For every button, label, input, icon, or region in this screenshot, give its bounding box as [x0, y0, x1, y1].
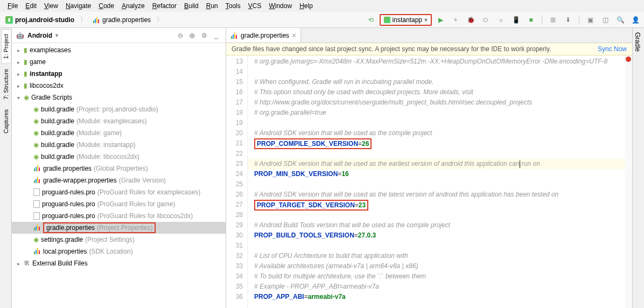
menu-run[interactable]: Run: [203, 1, 221, 11]
editor-body[interactable]: 1314151617181920212223242526272829303132…: [226, 55, 632, 308]
sdk-manager-button[interactable]: ⬇: [562, 13, 575, 26]
sync-project-button[interactable]: ⟲: [365, 13, 377, 26]
code-line[interactable]: [254, 210, 618, 220]
tree-item-gradle-properties[interactable]: gradle.properties (Global Properties): [12, 163, 226, 174]
code-line[interactable]: PROP_MIN_SDK_VERSION=16: [254, 169, 618, 179]
menu-vcs[interactable]: VCS: [245, 1, 265, 11]
menu-navigate[interactable]: Navigate: [62, 1, 94, 11]
expand-arrow-icon[interactable]: ▸: [15, 59, 22, 65]
menu-file[interactable]: File: [4, 1, 21, 11]
tree-item-proguard-rules-pro[interactable]: proguard-rules.pro (ProGuard Rules for l…: [12, 210, 226, 222]
code-content[interactable]: # org.gradle.jvmargs=-Xmx2048m -XX:MaxPe…: [248, 55, 625, 308]
hide-sidebar-button[interactable]: ⎯: [211, 30, 221, 41]
code-line[interactable]: # To build for multiple architexture, us…: [254, 271, 618, 282]
sidebar-view-selector[interactable]: 🤖 Android ▾: [16, 32, 175, 39]
gradle-file-icon: ◉: [33, 236, 39, 243]
code-line[interactable]: # Available architextures (armeabi-v7a |…: [254, 261, 618, 271]
menu-refactor[interactable]: Refactor: [149, 1, 180, 11]
close-icon[interactable]: ×: [292, 31, 296, 40]
menu-help[interactable]: Help: [296, 1, 316, 11]
tree-item-build-gradle[interactable]: ◉build.gradle (Module: instantapp): [12, 139, 226, 151]
project-tree[interactable]: ▸▮examplecases▸▮game▸▮instantapp▸▮libcoc…: [12, 43, 226, 308]
debug-button[interactable]: 🐞: [464, 13, 477, 26]
settings-button[interactable]: 👤: [629, 13, 642, 26]
code-line[interactable]: # org.gradle.jvmargs=-Xmx2048m -XX:MaxPe…: [254, 57, 618, 67]
tree-item-gradle-wrapper-properties[interactable]: gradle-wrapper.properties (Gradle Versio…: [12, 174, 226, 186]
apply-changes-button[interactable]: ✦: [449, 13, 462, 26]
avd-manager-button[interactable]: ⊞: [547, 13, 559, 26]
menu-window[interactable]: Window: [265, 1, 295, 11]
sidebar-settings-button[interactable]: ⚙: [199, 30, 209, 41]
breadcrumb-file[interactable]: gradle.properties: [89, 15, 154, 25]
menu-tools[interactable]: Tools: [222, 1, 244, 11]
menu-edit[interactable]: Edit: [22, 1, 40, 11]
stop-button[interactable]: ■: [524, 13, 537, 26]
expand-arrow-icon[interactable]: ▸: [15, 261, 22, 267]
code-line[interactable]: # Example - PROP_APP_ABI=armeabi-v7a: [254, 282, 618, 292]
menu-build[interactable]: Build: [181, 1, 202, 11]
tree-item-instantapp[interactable]: ▸▮instantapp: [12, 68, 226, 80]
tree-item-examplecases[interactable]: ▸▮examplecases: [12, 44, 226, 56]
run-configuration-selector[interactable]: instantapp ▾: [380, 14, 432, 26]
code-line[interactable]: [254, 241, 618, 251]
breadcrumb-project[interactable]: ▮ proj.android-studio: [2, 15, 78, 25]
error-stripe[interactable]: [625, 55, 632, 308]
editor-tab-gradle-properties[interactable]: gradle.properties ×: [226, 28, 301, 43]
code-line[interactable]: # When configured, Gradle will run in in…: [254, 77, 618, 87]
line-number: 25: [226, 179, 243, 190]
menu-analyze[interactable]: Analyze: [118, 1, 148, 11]
tool-tab-captures[interactable]: Captures: [2, 105, 10, 138]
device-button[interactable]: 📱: [509, 13, 522, 26]
menu-view[interactable]: View: [41, 1, 61, 11]
tree-item-build-gradle[interactable]: ◉build.gradle (Module: libcocos2dx): [12, 151, 226, 163]
tree-item-build-gradle[interactable]: ◉build.gradle (Module: game): [12, 127, 226, 139]
code-line[interactable]: [254, 118, 618, 128]
code-line[interactable]: [254, 67, 618, 77]
search-everywhere-button[interactable]: 🔍: [614, 13, 627, 26]
code-line[interactable]: PROP_TARGET_SDK_VERSION=23: [254, 200, 618, 210]
tree-item-proguard-rules-pro[interactable]: proguard-rules.pro (ProGuard Rules for e…: [12, 186, 226, 198]
gradle-file-icon: ◉: [33, 106, 39, 113]
tool-tab----project[interactable]: 1: Project: [1, 29, 10, 64]
code-line[interactable]: # Android SDK version that will be used …: [254, 128, 618, 138]
tree-item-proguard-rules-pro[interactable]: proguard-rules.pro (ProGuard Rules for g…: [12, 198, 226, 210]
menu-code[interactable]: Code: [95, 1, 117, 11]
tree-item-build-gradle[interactable]: ◉build.gradle (Module: examplecases): [12, 115, 226, 127]
code-line[interactable]: # http://www.gradle.org/docs/current/use…: [254, 97, 618, 108]
tree-item-local-properties[interactable]: local.properties (SDK Location): [12, 246, 226, 257]
expand-arrow-icon[interactable]: ▸: [15, 83, 22, 89]
run-button[interactable]: ▶: [434, 13, 447, 26]
code-line[interactable]: [254, 149, 618, 159]
tree-item-external-build-files[interactable]: ▸🛠External Build Files: [12, 257, 226, 269]
collapse-all-button[interactable]: ⊖: [175, 30, 186, 41]
expand-arrow-icon[interactable]: ▾: [15, 95, 22, 101]
tool-tab----structure[interactable]: 7: Structure: [2, 65, 10, 104]
resource-manager-button[interactable]: ◫: [599, 13, 612, 26]
tree-item-build-gradle[interactable]: ◉build.gradle (Project: proj.android-stu…: [12, 103, 226, 115]
sync-now-button[interactable]: Sync Now: [598, 45, 627, 53]
error-indicator-icon[interactable]: [626, 57, 631, 62]
scroll-from-source-button[interactable]: ⊕: [187, 30, 198, 41]
code-line[interactable]: # This option should only be used with d…: [254, 87, 618, 97]
tree-item-libcocos2dx[interactable]: ▸▮libcocos2dx: [12, 80, 226, 92]
code-line[interactable]: # Android SDK version that will be used …: [248, 159, 625, 169]
code-line[interactable]: PROP_APP_ABI=armeabi-v7a: [254, 292, 618, 302]
toolbar-buttons: ⟲ instantapp ▾ ▶ ✦ 🐞 ⏲ ⟐ 📱 ■ ⊞ ⬇ ▣ ◫ 🔍 👤: [365, 13, 642, 26]
expand-arrow-icon[interactable]: ▸: [15, 47, 22, 53]
code-line[interactable]: # Android SDK version that will be used …: [254, 190, 618, 200]
code-line[interactable]: # Android Build Tools version that will …: [254, 220, 618, 230]
tree-item-game[interactable]: ▸▮game: [12, 56, 226, 68]
tree-item-gradle-properties[interactable]: gradle.properties (Project Properties): [12, 222, 226, 234]
attach-debugger-button[interactable]: ⟐: [494, 13, 507, 26]
code-line[interactable]: PROP_COMPILE_SDK_VERSION=26: [254, 138, 618, 149]
code-line[interactable]: [254, 179, 618, 190]
tree-item-gradle-scripts[interactable]: ▾◉Gradle Scripts: [12, 92, 226, 103]
code-line[interactable]: # List of CPU Archtexture to build that …: [254, 251, 618, 261]
layout-inspector-button[interactable]: ▣: [584, 13, 597, 26]
tree-item-settings-gradle[interactable]: ◉settings.gradle (Project Settings): [12, 234, 226, 246]
code-line[interactable]: # org.gradle.parallel=true: [254, 108, 618, 118]
profile-button[interactable]: ⏲: [479, 13, 492, 26]
code-line[interactable]: PROP_BUILD_TOOLS_VERSION=27.0.3: [254, 230, 618, 241]
gradle-tool-tab[interactable]: Gradle: [633, 28, 642, 56]
expand-arrow-icon[interactable]: ▸: [15, 71, 22, 77]
